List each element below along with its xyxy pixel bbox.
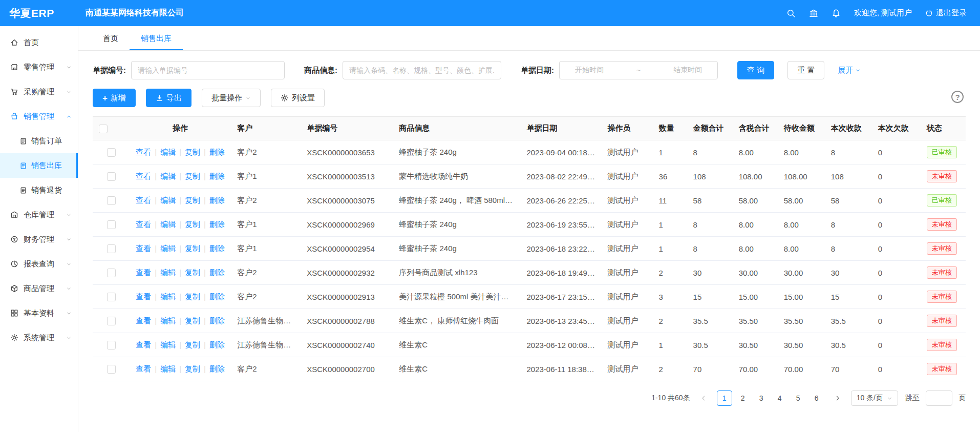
material-input[interactable]: [343, 61, 501, 79]
page-size-select[interactable]: 10 条/页: [851, 390, 898, 406]
action-view-link[interactable]: 查看: [136, 316, 151, 325]
sidebar-item-system[interactable]: 系统管理: [0, 325, 78, 350]
action-copy-link[interactable]: 复制: [185, 244, 200, 253]
sidebar-item-sales-outbound[interactable]: 销售出库: [0, 153, 78, 178]
action-view-link[interactable]: 查看: [136, 148, 151, 156]
page-button-4[interactable]: 4: [772, 390, 787, 406]
search-button[interactable]: 查 询: [737, 61, 774, 79]
action-edit-link[interactable]: 编辑: [160, 220, 176, 229]
status-cell: 未审核: [921, 357, 966, 381]
status-cell: 未审核: [921, 164, 966, 189]
sidebar-item-purchase[interactable]: 采购管理: [0, 79, 78, 104]
cell-amount: 8: [687, 237, 733, 261]
action-view-link[interactable]: 查看: [136, 292, 151, 301]
bank-icon[interactable]: [809, 9, 818, 18]
page-button-5[interactable]: 5: [791, 390, 806, 406]
row-checkbox[interactable]: [107, 269, 116, 277]
sidebar-item-retail[interactable]: 零售管理: [0, 55, 78, 79]
action-delete-link[interactable]: 删除: [209, 268, 225, 277]
sidebar-item-report[interactable]: 报表查询: [0, 252, 78, 276]
help-icon[interactable]: ?: [951, 91, 964, 103]
row-checkbox[interactable]: [107, 317, 116, 325]
action-delete-link[interactable]: 删除: [209, 196, 225, 204]
action-view-link[interactable]: 查看: [136, 364, 151, 373]
add-button[interactable]: + 新增: [93, 89, 136, 107]
action-edit-link[interactable]: 编辑: [160, 244, 176, 253]
action-copy-link[interactable]: 复制: [185, 220, 200, 229]
action-copy-link[interactable]: 复制: [185, 268, 200, 277]
sidebar-item-sales-return[interactable]: 销售退货: [0, 178, 78, 202]
reset-button[interactable]: 重 置: [787, 61, 824, 79]
action-view-link[interactable]: 查看: [136, 340, 151, 349]
row-checkbox[interactable]: [107, 365, 116, 374]
row-checkbox[interactable]: [107, 196, 116, 205]
action-delete-link[interactable]: 删除: [209, 244, 225, 253]
action-delete-link[interactable]: 删除: [209, 292, 225, 301]
action-edit-link[interactable]: 编辑: [160, 340, 176, 349]
action-delete-link[interactable]: 删除: [209, 340, 225, 349]
action-copy-link[interactable]: 复制: [185, 316, 200, 325]
action-copy-link[interactable]: 复制: [185, 148, 200, 156]
sidebar-item-warehouse[interactable]: 仓库管理: [0, 202, 78, 227]
action-edit-link[interactable]: 编辑: [160, 268, 176, 277]
action-view-link[interactable]: 查看: [136, 268, 151, 277]
action-view-link[interactable]: 查看: [136, 172, 151, 180]
prev-page-button[interactable]: [696, 391, 711, 405]
logout-button[interactable]: 退出登录: [925, 8, 967, 18]
action-copy-link[interactable]: 复制: [185, 292, 200, 301]
bill-no-input[interactable]: [131, 61, 285, 79]
page-button-6[interactable]: 6: [809, 390, 824, 406]
status-cell: 未审核: [921, 237, 966, 261]
sidebar-item-sales-order[interactable]: 销售订单: [0, 129, 78, 153]
action-view-link[interactable]: 查看: [136, 220, 151, 229]
sidebar-item-home[interactable]: 首页: [0, 30, 78, 55]
sidebar-item-goods[interactable]: 商品管理: [0, 276, 78, 301]
action-delete-link[interactable]: 删除: [209, 364, 225, 373]
action-edit-link[interactable]: 编辑: [160, 172, 176, 180]
action-edit-link[interactable]: 编辑: [160, 196, 176, 204]
page-button-1[interactable]: 1: [717, 390, 732, 406]
action-copy-link[interactable]: 复制: [185, 196, 200, 204]
select-all-checkbox[interactable]: [99, 125, 108, 133]
sidebar-item-finance[interactable]: 财务管理: [0, 227, 78, 252]
status-badge: 未审核: [927, 242, 957, 255]
row-checkbox[interactable]: [107, 148, 116, 157]
action-edit-link[interactable]: 编辑: [160, 292, 176, 301]
tab-sales-outbound[interactable]: 销售出库: [130, 26, 183, 50]
row-checkbox[interactable]: [107, 293, 116, 301]
row-checkbox[interactable]: [107, 341, 116, 349]
row-checkbox[interactable]: [107, 220, 116, 229]
expand-toggle[interactable]: 展开: [838, 66, 861, 75]
warehouse-icon: [10, 211, 18, 219]
action-view-link[interactable]: 查看: [136, 244, 151, 253]
action-delete-link[interactable]: 删除: [209, 172, 225, 180]
chevron-down-icon: [66, 89, 72, 95]
action-delete-link[interactable]: 删除: [209, 148, 225, 156]
action-view-link[interactable]: 查看: [136, 196, 151, 204]
export-button[interactable]: 导出: [146, 89, 191, 107]
search-icon[interactable]: [786, 9, 796, 18]
cell-receivable: 8.00: [778, 140, 825, 164]
column-settings-button[interactable]: 列设置: [271, 89, 325, 107]
action-copy-link[interactable]: 复制: [185, 340, 200, 349]
sidebar-item-sales[interactable]: 销售管理: [0, 104, 78, 129]
date-range-picker[interactable]: 开始时间 ~ 结束时间: [559, 61, 718, 79]
action-copy-link[interactable]: 复制: [185, 172, 200, 180]
action-copy-link[interactable]: 复制: [185, 364, 200, 373]
row-checkbox[interactable]: [107, 244, 116, 253]
action-delete-link[interactable]: 删除: [209, 316, 225, 325]
row-checkbox[interactable]: [107, 172, 116, 181]
action-delete-link[interactable]: 删除: [209, 220, 225, 229]
tab-home[interactable]: 首页: [92, 26, 130, 50]
batch-operation-button[interactable]: 批量操作: [202, 89, 261, 107]
bell-icon[interactable]: [832, 9, 841, 18]
action-edit-link[interactable]: 编辑: [160, 316, 176, 325]
separator: |: [204, 172, 206, 180]
sidebar-item-base[interactable]: 基本资料: [0, 301, 78, 325]
action-edit-link[interactable]: 编辑: [160, 364, 176, 373]
jump-page-input[interactable]: [926, 390, 952, 406]
next-page-button[interactable]: [830, 391, 845, 405]
page-button-3[interactable]: 3: [754, 390, 769, 406]
page-button-2[interactable]: 2: [735, 390, 751, 406]
action-edit-link[interactable]: 编辑: [160, 148, 176, 156]
